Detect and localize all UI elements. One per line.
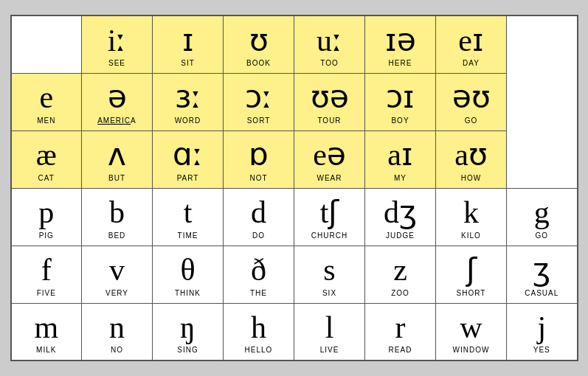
ipa-word: SING (154, 346, 221, 354)
cell-vowel-1-4: ʊəTOUR (294, 73, 365, 130)
ipa-symbol: z (367, 253, 434, 287)
ipa-word: THE (225, 289, 292, 297)
ipa-symbol: ɜː (154, 80, 221, 114)
cell-consonant-3-2: tTIME (153, 188, 224, 246)
ipa-symbol: w (437, 310, 505, 344)
ipa-symbol: ə (83, 80, 151, 114)
ipa-word: THINK (154, 289, 221, 297)
cell-consonant-4-0: fFIVE (11, 246, 82, 303)
ipa-word: CHURCH (296, 231, 363, 240)
ipa-word: BOOK (225, 59, 292, 67)
ipa-word: NO (83, 346, 151, 354)
ipa-word: TOUR (296, 116, 363, 125)
ipa-symbol: r (367, 310, 434, 344)
ipa-word: JUDGE (367, 231, 434, 240)
cell-consonant-4-4: sSIX (294, 246, 365, 303)
ipa-word: CAT (13, 174, 80, 182)
ipa-symbol: ɑː (154, 138, 221, 172)
cell-consonant-3-4: tʃCHURCH (294, 188, 365, 246)
cell-consonant-3-5: dʒJUDGE (365, 188, 436, 246)
cell-consonant-4-6: ʃSHORT (436, 246, 507, 303)
cell-vowel-2-1: ʌBUT (82, 130, 153, 188)
cell-vowel-0-4: ɪəHERE (365, 15, 436, 73)
ipa-word: PIG (13, 231, 80, 240)
ipa-word: SHORT (437, 289, 505, 297)
ipa-word: PART (154, 174, 221, 182)
ipa-word: LIVE (296, 346, 363, 354)
cell-consonant-5-3: hHELLO (224, 303, 294, 361)
ipa-word: GO (508, 231, 575, 240)
ipa-symbol: g (508, 195, 575, 229)
cell-vowel-1-6: əʊGO (436, 73, 507, 130)
cell-vowel-1-5: ɔɪBOY (365, 73, 436, 130)
ipa-symbol: dʒ (367, 195, 434, 229)
cell-vowel-1-0: eMEN (11, 73, 82, 130)
cell-vowel-0-1: ɪSIT (153, 15, 224, 73)
ipa-symbol: n (83, 310, 151, 344)
ipa-symbol: ʃ (437, 253, 505, 287)
ipa-word: HERE (367, 59, 434, 67)
cell-vowel-2-4: eəWEAR (294, 130, 365, 188)
ipa-symbol: ʌ (83, 138, 151, 172)
cell-vowel-0-5: eɪDAY (436, 15, 507, 73)
ipa-word: MY (367, 174, 434, 182)
cell-consonant-3-0: pPIG (11, 188, 82, 246)
cell-consonant-3-1: bBED (82, 188, 153, 246)
ipa-symbol: h (225, 310, 292, 344)
ipa-word: KILO (437, 231, 505, 240)
ipa-word: BUT (83, 174, 151, 182)
ipa-word: SIX (296, 289, 363, 297)
cell-consonant-5-6: wWINDOW (436, 303, 507, 361)
cell-vowel-2-5: aɪMY (365, 130, 436, 188)
ipa-symbol: əʊ (437, 80, 505, 114)
ipa-word: FIVE (13, 289, 80, 297)
ipa-word: HOW (437, 174, 505, 182)
empty-cell (11, 15, 82, 73)
ipa-word: AMERICA (83, 116, 151, 125)
ipa-symbol: ɪə (367, 24, 434, 58)
cell-vowel-2-6: aʊHOW (436, 130, 507, 188)
ipa-symbol: l (296, 310, 363, 344)
cell-consonant-5-5: rREAD (365, 303, 436, 361)
cell-consonant-5-4: lLIVE (294, 303, 365, 361)
cell-consonant-4-7: ʒCASUAL (507, 246, 578, 303)
ipa-symbol: ʊə (296, 80, 363, 114)
ipa-word: TOO (296, 59, 363, 67)
cell-vowel-1-1: əAMERICA (82, 73, 153, 130)
cell-vowel-0-2: ʊBOOK (224, 15, 294, 73)
ipa-symbol: d (225, 195, 292, 229)
ipa-word: WEAR (296, 174, 363, 182)
cell-consonant-4-1: vVERY (82, 246, 153, 303)
ipa-symbol: aʊ (437, 138, 505, 172)
ipa-symbol: ɒ (225, 138, 292, 172)
ipa-symbol: aɪ (367, 138, 434, 172)
ipa-symbol: eə (296, 138, 363, 172)
ipa-symbol: j (508, 310, 575, 344)
cell-consonant-5-2: ŋSING (153, 303, 224, 361)
ipa-symbol: k (437, 195, 505, 229)
ipa-symbol: t (154, 195, 221, 229)
ipa-symbol: eɪ (437, 24, 505, 58)
ipa-word: YES (508, 346, 575, 354)
ipa-symbol: v (83, 253, 151, 287)
ipa-word: MEN (13, 116, 80, 125)
cell-consonant-3-3: dDO (224, 188, 294, 246)
ipa-symbol: p (13, 195, 80, 229)
cell-vowel-2-2: ɑːPART (153, 130, 224, 188)
ipa-word: DO (225, 231, 292, 240)
ipa-word: WORD (154, 116, 221, 125)
ipa-symbol: iː (83, 24, 151, 58)
cell-consonant-4-5: zZOO (365, 246, 436, 303)
cell-consonant-5-1: nNO (82, 303, 153, 361)
ipa-symbol: e (13, 80, 80, 114)
cell-vowel-1-3: ɔːSORT (224, 73, 294, 130)
ipa-symbol: f (13, 253, 80, 287)
ipa-symbol: θ (154, 253, 221, 287)
cell-vowel-2-0: æCAT (11, 130, 82, 188)
cell-consonant-3-7: gGO (507, 188, 578, 246)
cell-consonant-5-7: jYES (507, 303, 578, 361)
ipa-symbol: s (296, 253, 363, 287)
ipa-word: BOY (367, 116, 434, 125)
ipa-word: NOT (225, 174, 292, 182)
ipa-word: READ (367, 346, 434, 354)
